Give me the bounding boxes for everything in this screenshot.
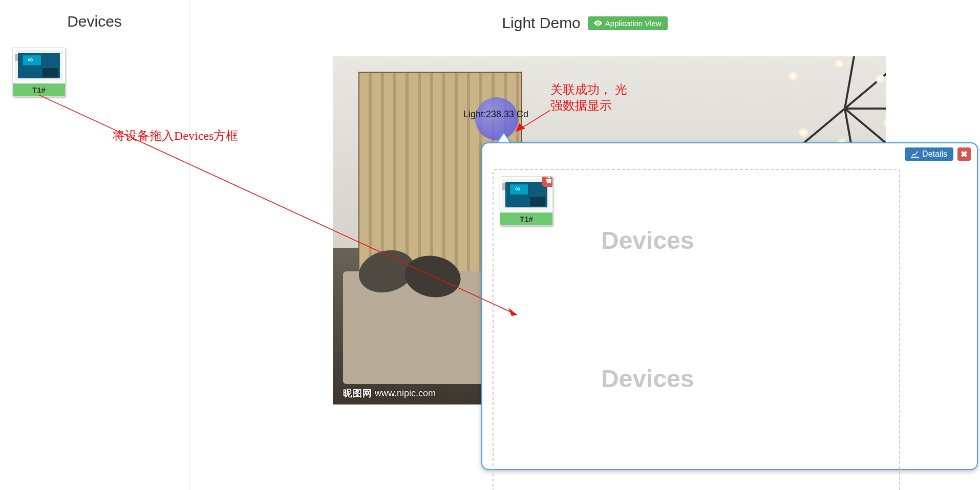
devices-dropzone[interactable]: Devices Devices T1# [493,169,900,490]
close-popup-button[interactable]: ✖ [957,147,971,161]
popup-pointer [496,132,512,143]
scene-canvas[interactable]: 昵图网 www.nipic.com Light:238.33 Cd Detail… [333,56,886,404]
device-thumbnail [13,48,65,83]
sensor-reading-label: Light:238.33 Cd [463,109,528,120]
devices-sidebar: Devices T1# [0,0,189,490]
application-view-label: Application View [605,19,662,28]
dropped-device-card-t1[interactable]: T1# [500,176,553,226]
main-panel: Light Demo Application View [189,0,980,490]
application-view-button[interactable]: Application View [588,16,668,30]
eye-icon [594,19,602,27]
arduino-board-icon [15,50,63,81]
trash-icon [545,177,552,184]
details-label: Details [922,150,947,159]
dropzone-placeholder-1: Devices [601,226,694,254]
chart-icon [911,150,919,158]
remove-device-button[interactable] [542,176,553,187]
device-popup: Details ✖ Devices Devices T1# [481,142,978,470]
dropzone-placeholder-2: Devices [601,365,694,393]
device-card-t1[interactable]: T1# [12,47,66,97]
main-header: Light Demo Application View [189,0,980,42]
page-title: Light Demo [502,14,580,32]
sidebar-title: Devices [0,0,189,40]
popup-toolbar: Details ✖ [905,147,971,161]
device-label: T1# [13,83,65,96]
image-watermark: 昵图网 www.nipic.com [343,387,436,399]
close-icon: ✖ [961,149,968,160]
device-label: T1# [500,212,552,225]
details-button[interactable]: Details [905,147,953,161]
